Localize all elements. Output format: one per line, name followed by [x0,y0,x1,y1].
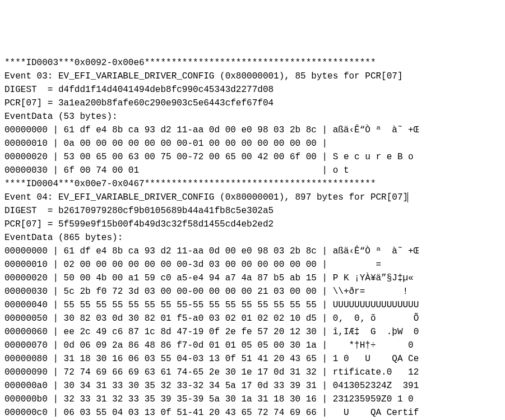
log-line: ****ID0004***0x00e7-0x0467**************… [4,177,505,191]
log-line: 00000020 | 53 00 65 00 63 00 75 00-72 00… [4,150,505,164]
log-line: PCR[07] = 5f599e9f15b00f4b49d3c32f58d145… [4,218,505,231]
log-line: 00000000 | 61 df e4 8b ca 93 d2 11-aa 0d… [4,123,505,137]
log-line: 00000040 | 55 55 55 55 55 55 55 55-55 55… [4,298,505,312]
log-line: 00000030 | 5c 2b f0 72 3d 03 00 00-00 00… [4,285,505,298]
log-line: 00000000 | 61 df e4 8b ca 93 d2 11-aa 0d… [4,244,505,258]
log-output: ****ID0003***0x0092-0x00e6**************… [4,56,505,420]
log-line: 000000b0 | 32 33 31 32 33 35 39 35-39 5a… [4,393,505,406]
log-line: 00000090 | 72 74 69 66 69 63 61 74-65 2e… [4,366,505,379]
log-line: 00000050 | 30 82 03 0d 30 82 01 f5-a0 03… [4,312,505,325]
log-line: 00000010 | 02 00 00 00 00 00 00 00-3d 03… [4,258,505,271]
log-line: 00000020 | 50 00 4b 00 a1 59 c0 a5-e4 94… [4,271,505,285]
log-line: 00000030 | 6f 00 74 00 01 | o t [4,164,505,177]
log-line: PCR[07] = 3a1ea200b8fafe60c290e903c5e644… [4,96,505,110]
log-line: Event 04: EV_EFI_VARIABLE_DRIVER_CONFIG … [4,191,505,204]
log-line: 00000060 | ee 2c 49 c6 87 1c 8d 47-19 0f… [4,325,505,339]
log-line: 00000010 | 0a 00 00 00 00 00 00 00-01 00… [4,137,505,150]
text-cursor [407,192,408,202]
log-line: 00000080 | 31 18 30 16 06 03 55 04-03 13… [4,352,505,366]
log-line: 00000070 | 0d 06 09 2a 86 48 86 f7-0d 01… [4,339,505,352]
log-line: 000000a0 | 30 34 31 33 30 35 32 33-32 34… [4,379,505,393]
log-line: EventData (53 bytes): [4,110,505,123]
log-line: Event 03: EV_EFI_VARIABLE_DRIVER_CONFIG … [4,70,505,83]
log-line: ****ID0003***0x0092-0x00e6**************… [4,56,505,70]
log-line: DIGEST = b26170979280cf9b0105689b44a41fb… [4,204,505,218]
log-line: 000000c0 | 06 03 55 04 03 13 0f 51-41 20… [4,406,505,419]
log-line: EventData (865 bytes): [4,231,505,244]
log-line: DIGEST = d4fdd1f14d4041494deb8fc990c4534… [4,83,505,96]
